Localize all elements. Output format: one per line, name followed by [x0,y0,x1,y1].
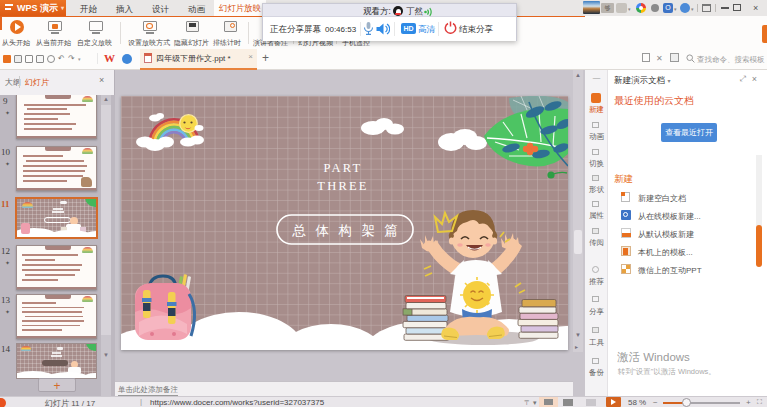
svg-text:总体构架篇: 总体构架篇 [292,223,408,238]
svg-text:PART: PART [324,161,363,175]
svg-text:THREE: THREE [317,179,368,193]
